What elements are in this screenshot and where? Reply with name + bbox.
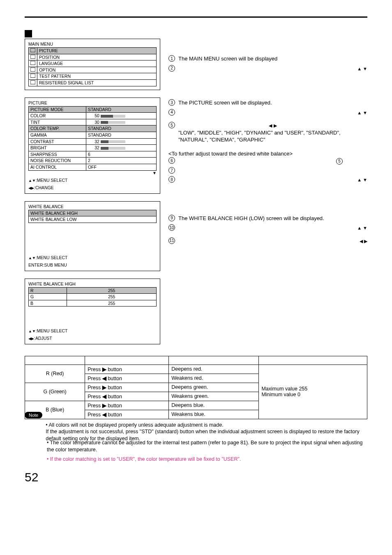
adjustment-table: R (Red)Press ▶ buttonDeepens red.Maximum… [25, 356, 367, 419]
legend-text: ENTER:SUB MENU [28, 262, 67, 267]
svg-rect-0 [30, 48, 35, 52]
legend-text: :ADJUST [34, 336, 52, 341]
picture-row[interactable]: PICTURE MODESTANDARD [29, 106, 157, 113]
test-icon [29, 73, 37, 80]
step-body: The WHITE BALANCE HIGH (LOW) screen will… [178, 215, 367, 222]
legend-text: :CHANGE [34, 185, 54, 190]
setting-value: STANDARD [86, 106, 156, 113]
step-body: ▲ ▼ [178, 109, 367, 116]
page-number: 52 [25, 470, 367, 484]
menu-item-label: POSITION [37, 54, 157, 60]
step-8: 8 [168, 176, 175, 183]
setting-label: PICTURE MODE [29, 106, 86, 113]
step-6: 6 [168, 157, 175, 164]
setting-label: BRIGHT [29, 145, 86, 151]
adjust-description: Deepens red. [169, 365, 259, 374]
note-badge: Note [25, 412, 42, 418]
setting-value: 30 [86, 119, 156, 125]
channel-label: B [29, 300, 67, 307]
menu-item[interactable]: PICTURE [29, 48, 157, 54]
step-9: 9 [168, 215, 175, 221]
step-body: The MAIN MENU screen will be displayed [178, 55, 367, 63]
setting-label: COLOR [29, 113, 86, 119]
picture-row[interactable]: GAMMASTANDARD [29, 132, 157, 138]
osd-title: MAIN MENU [28, 42, 157, 46]
setting-label: CONTRAST [29, 138, 86, 145]
setting-label: AI CONTROL [29, 164, 86, 170]
wbh-row[interactable]: G255 [29, 294, 157, 300]
adjust-description: Deepens blue. [169, 401, 259, 410]
step-5: 5 [168, 122, 175, 128]
legend-text: :MENU SELECT [36, 255, 68, 260]
channel-label: G [29, 294, 67, 300]
menu-item-label: OPTION [37, 67, 157, 73]
wb-item[interactable]: WHITE BALANCE LOW [29, 216, 157, 223]
channel-value: 255 [67, 294, 157, 300]
picture-row[interactable]: COLOR50 [29, 113, 157, 119]
adjust-operation: Press ▶ button [85, 401, 169, 410]
table-row: R (Red)Press ▶ buttonDeepens red.Maximum… [25, 365, 367, 374]
square-icon [25, 30, 32, 37]
setting-label: NOISE REDUCTION [29, 158, 86, 164]
setting-label: COLOR TEMP. [29, 125, 86, 132]
step-body: The PICTURE screen will be displayed. [178, 99, 367, 107]
menu-item[interactable]: LANGUAGE [29, 60, 157, 67]
osd-white-balance: WHITE BALANCE WHITE BALANCE HIGHWHITE BA… [25, 201, 160, 271]
step-3: 3 [168, 99, 175, 106]
setting-value: 6 [86, 151, 156, 158]
language-icon [29, 60, 37, 67]
step-1: 1 [168, 55, 175, 62]
picture-row[interactable]: SHARPNESS6 [29, 151, 157, 158]
wb-item-label: WHITE BALANCE HIGH [29, 210, 157, 216]
picture-row[interactable]: NOISE REDUCTION2 [29, 158, 157, 164]
section-heading [25, 30, 367, 39]
wbh-row[interactable]: R255 [29, 287, 157, 294]
note-text-pink: • If the color matching is set to "USER"… [47, 456, 241, 463]
menu-item-label: RESISTERED SIGNAL LIST [37, 79, 157, 86]
picture-row[interactable]: CONTRAST32 [29, 138, 157, 145]
picture-row[interactable]: BRIGHT32 [29, 145, 157, 151]
sub-adjust-header: <To further adjust toward the desired wh… [168, 150, 367, 158]
adjust-operation: Press ◀ button [85, 392, 169, 401]
step-options: "LOW", "MIDDLE", "HIGH", "DYNAMIC" and "… [178, 129, 367, 144]
picture-row[interactable]: AI CONTROLOFF [29, 164, 157, 170]
setting-label: GAMMA [29, 132, 86, 138]
menu-item[interactable]: RESISTERED SIGNAL LIST [29, 79, 157, 86]
adjust-description: Deepens green. [169, 383, 259, 392]
position-icon [29, 54, 37, 60]
menu-item[interactable]: OPTION [29, 67, 157, 73]
setting-value: OFF [86, 164, 156, 170]
svg-rect-2 [30, 61, 35, 65]
legend-text: :MENU SELECT [36, 178, 68, 183]
adjust-range: Maximum value 255 Minimum value 0 [259, 365, 367, 419]
osd-title: PICTURE [28, 100, 157, 105]
wb-item[interactable]: WHITE BALANCE HIGH [29, 210, 157, 216]
osd-picture: PICTURE PICTURE MODESTANDARDCOLOR50 TINT… [25, 98, 160, 194]
adjust-operation: Press ▶ button [85, 365, 169, 374]
step-7: 7 [168, 167, 175, 174]
svg-rect-4 [30, 74, 35, 78]
svg-rect-5 [30, 80, 35, 84]
picture-row[interactable]: TINT30 [29, 119, 157, 125]
adjust-description: Weakens green. [169, 392, 259, 401]
menu-item[interactable]: TEST PATTERN [29, 73, 157, 80]
setting-label: TINT [29, 119, 86, 125]
signal-icon [29, 79, 37, 86]
adjust-operation: Press ◀ button [85, 374, 169, 383]
step-body: ◀ ▶ "LOW", "MIDDLE", "HIGH", "DYNAMIC" a… [178, 122, 367, 144]
setting-value: 32 [86, 138, 156, 145]
setting-value: 32 [86, 145, 156, 151]
setting-value: STANDARD [86, 132, 156, 138]
setting-value: STANDARD [86, 125, 156, 132]
menu-item-label: PICTURE [37, 48, 157, 54]
picture-row[interactable]: COLOR TEMP.STANDARD [29, 125, 157, 132]
osd-white-balance-high: WHITE BALANCE HIGH R255G255B255 ▲▼:MENU … [25, 279, 160, 344]
menu-item[interactable]: POSITION [29, 54, 157, 60]
setting-value: 50 [86, 113, 156, 119]
step-10: 10 [168, 224, 175, 231]
osd-main-menu: MAIN MENU PICTUREPOSITIONLANGUAGEOPTIONT… [25, 39, 160, 90]
step-4: 4 [168, 109, 175, 116]
wbh-row[interactable]: B255 [29, 300, 157, 307]
legend-text: :MENU SELECT [36, 328, 68, 333]
setting-value: 2 [86, 158, 156, 164]
